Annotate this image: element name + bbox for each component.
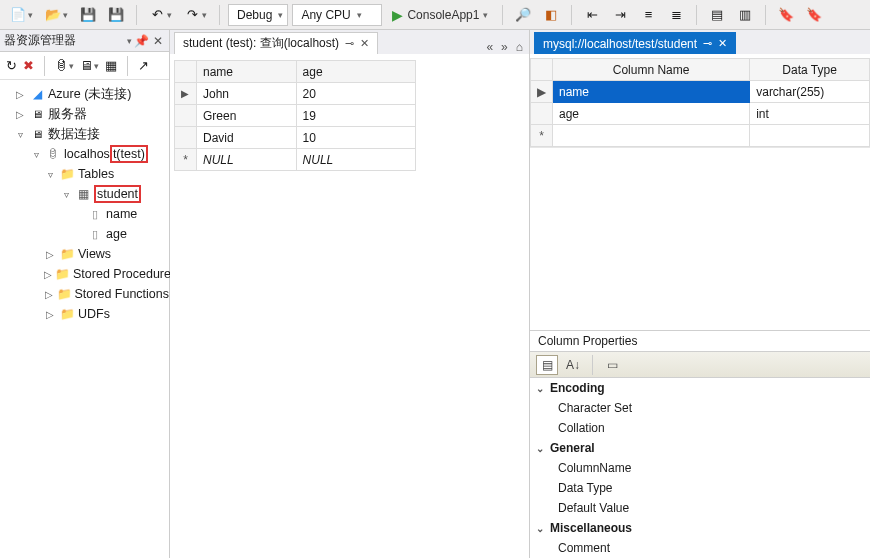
- panel-toolbar: ↻ ✖ 🛢▾ 🖥▾ ▦ ↗: [0, 52, 169, 80]
- config-combo[interactable]: Debug▾: [228, 4, 288, 26]
- indent-lines-button[interactable]: ≣: [664, 4, 688, 26]
- redo-button[interactable]: ↷▾: [180, 4, 211, 26]
- server-explorer-panel: 器资源管理器 ▾ 📌 ✕ ↻ ✖ 🛢▾ 🖥▾ ▦ ↗ ▷Azure (未连接) …: [0, 30, 170, 558]
- panel-title-text: 器资源管理器: [4, 32, 127, 49]
- expand-button[interactable]: ↗: [138, 58, 149, 73]
- save-button[interactable]: 💾: [76, 4, 100, 26]
- student-data-grid[interactable]: name age ▶John20 Green19 David10 *NULLNU…: [174, 60, 416, 171]
- table-row[interactable]: ▶John20: [175, 83, 416, 105]
- prop-datatype[interactable]: Data Type: [530, 478, 870, 498]
- table-row[interactable]: age int: [531, 103, 870, 125]
- doc-tab-student-query[interactable]: student (test): 查询(localhost) ⊸ ✕: [174, 32, 378, 54]
- close-icon[interactable]: ✕: [151, 34, 165, 48]
- column-schema-grid[interactable]: Column Name Data Type ▶ name varchar(255…: [530, 58, 870, 147]
- panel-menu-caret[interactable]: ▾: [127, 36, 132, 46]
- pin-icon[interactable]: ⊸: [345, 37, 354, 50]
- platform-combo[interactable]: Any CPU▾: [292, 4, 382, 26]
- prop-cat-encoding[interactable]: ⌄Encoding: [530, 378, 870, 398]
- undo-button[interactable]: ↶▾: [145, 4, 176, 26]
- uncomment-button[interactable]: ▥: [733, 4, 757, 26]
- col-header-age[interactable]: age: [296, 61, 415, 83]
- comment-button[interactable]: ▤: [705, 4, 729, 26]
- categorized-button[interactable]: ▤: [536, 355, 558, 375]
- database-icon: [45, 146, 61, 162]
- table-icon: [75, 186, 91, 202]
- tree-views[interactable]: ▷Views: [0, 244, 169, 264]
- property-page-button[interactable]: ▭: [601, 355, 623, 375]
- config-value: Debug: [237, 8, 272, 22]
- col-header-name[interactable]: name: [196, 61, 296, 83]
- open-button[interactable]: 📂▾: [41, 4, 72, 26]
- table-row[interactable]: Green19: [175, 105, 416, 127]
- column-icon: [87, 226, 103, 242]
- tree-localhost[interactable]: ▿localhost(test): [0, 144, 169, 164]
- add-server-button[interactable]: 🖥▾: [80, 58, 99, 73]
- main-toolbar: 📄▾ 📂▾ 💾 💾 ↶▾ ↷▾ Debug▾ Any CPU▾ ▶Console…: [0, 0, 870, 30]
- prop-charset[interactable]: Character Set: [530, 398, 870, 418]
- tree-col-age[interactable]: age: [0, 224, 169, 244]
- highlight-box: student: [94, 185, 141, 203]
- bookmark1-button[interactable]: 🔖: [774, 4, 798, 26]
- bookmark2-button[interactable]: 🔖: [802, 4, 826, 26]
- prop-cat-general[interactable]: ⌄General: [530, 438, 870, 458]
- table-row[interactable]: David10: [175, 127, 416, 149]
- dataconn-icon: [29, 126, 45, 142]
- doc-tab-label: mysql://localhost/test/student: [543, 37, 697, 51]
- stop-button[interactable]: ✖: [23, 58, 34, 73]
- tree-dataconn[interactable]: ▿数据连接: [0, 124, 169, 144]
- refresh-button[interactable]: ↻: [6, 58, 17, 73]
- doc-tabs: student (test): 查询(localhost) ⊸ ✕ « » ⌂: [170, 30, 529, 54]
- connect-db-button[interactable]: 🛢▾: [55, 58, 74, 73]
- alphabetical-button[interactable]: A↓: [562, 355, 584, 375]
- prop-cat-misc[interactable]: ⌄Miscellaneous: [530, 518, 870, 538]
- tabs-nav-right[interactable]: »: [501, 40, 508, 54]
- table-design-panel: mysql://localhost/test/student ⊸ ✕ Colum…: [530, 30, 870, 558]
- platform-value: Any CPU: [301, 8, 350, 22]
- close-icon[interactable]: ✕: [718, 37, 727, 50]
- pin-icon[interactable]: 📌: [134, 34, 149, 48]
- tree-sf[interactable]: ▷Stored Functions: [0, 284, 169, 304]
- doc-tab-label: student (test): 查询(localhost): [183, 35, 339, 52]
- find-button[interactable]: 🔎: [511, 4, 535, 26]
- start-label: ConsoleApp1: [407, 8, 479, 22]
- tree-tables[interactable]: ▿Tables: [0, 164, 169, 184]
- highlight-box: t(test): [110, 145, 148, 163]
- prop-collation[interactable]: Collation: [530, 418, 870, 438]
- tree-col-name[interactable]: name: [0, 204, 169, 224]
- prop-columnname[interactable]: ColumnName: [530, 458, 870, 478]
- tree-student[interactable]: ▿student: [0, 184, 169, 204]
- azure-icon: [29, 86, 45, 102]
- folder-icon: [55, 266, 70, 282]
- start-button[interactable]: ▶ConsoleApp1▾: [386, 4, 494, 26]
- doc-tab-student-design[interactable]: mysql://localhost/test/student ⊸ ✕: [534, 32, 736, 54]
- table-row-new[interactable]: *NULLNULL: [175, 149, 416, 171]
- close-icon[interactable]: ✕: [360, 37, 369, 50]
- tabs-nav-left[interactable]: «: [486, 40, 493, 54]
- column-icon: [87, 206, 103, 222]
- group-button[interactable]: ▦: [105, 58, 117, 73]
- tree-sp[interactable]: ▷Stored Procedure: [0, 264, 169, 284]
- indent-more-button[interactable]: ⇥: [608, 4, 632, 26]
- new-item-button[interactable]: 📄▾: [6, 4, 37, 26]
- server-tree: ▷Azure (未连接) ▷服务器 ▿数据连接 ▿localhost(test)…: [0, 80, 169, 328]
- hdr-data-type[interactable]: Data Type: [750, 59, 870, 81]
- manage-extensions-button[interactable]: ◧: [539, 4, 563, 26]
- outdent-lines-button[interactable]: ≡: [636, 4, 660, 26]
- indent-less-button[interactable]: ⇤: [580, 4, 604, 26]
- cell-name-selected[interactable]: name: [553, 81, 750, 103]
- pin-icon[interactable]: ⊸: [703, 37, 712, 50]
- hdr-column-name[interactable]: Column Name: [553, 59, 750, 81]
- query-results-panel: student (test): 查询(localhost) ⊸ ✕ « » ⌂ …: [170, 30, 530, 558]
- folder-icon: [59, 166, 75, 182]
- folder-icon: [59, 306, 75, 322]
- home-icon[interactable]: ⌂: [516, 40, 523, 54]
- tree-servers[interactable]: ▷服务器: [0, 104, 169, 124]
- prop-comment[interactable]: Comment: [530, 538, 870, 558]
- prop-defaultvalue[interactable]: Default Value: [530, 498, 870, 518]
- properties-grid[interactable]: ⌄Encoding Character Set Collation ⌄Gener…: [530, 378, 870, 558]
- table-row[interactable]: ▶ name varchar(255): [531, 81, 870, 103]
- table-row-new[interactable]: *: [531, 125, 870, 147]
- tree-azure[interactable]: ▷Azure (未连接): [0, 84, 169, 104]
- tree-udfs[interactable]: ▷UDFs: [0, 304, 169, 324]
- save-all-button[interactable]: 💾: [104, 4, 128, 26]
